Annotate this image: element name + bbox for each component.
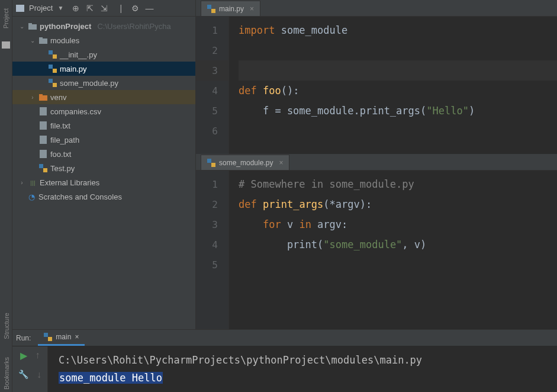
tree-file-companies[interactable]: companies.csv	[12, 104, 195, 118]
text-file-icon	[40, 136, 47, 144]
run-toolbar: ▶ ↑ 🔧 ↓	[12, 346, 48, 392]
hide-icon[interactable]: —	[145, 4, 153, 13]
project-sidebar: Project ▼ ⊕ ⇱ ⇲ | ⚙ — ⌄ pythonProject C	[12, 0, 196, 329]
collapse-all-icon[interactable]: ⇲	[100, 4, 108, 13]
svg-rect-4	[49, 50, 53, 54]
svg-rect-12	[40, 107, 47, 115]
svg-rect-8	[49, 79, 53, 83]
tree-venv-folder[interactable]: › venv	[12, 90, 195, 104]
editor-some-module[interactable]: 1 2 3 4 5 # Somewhere in some_module.py …	[196, 171, 557, 329]
project-path-hint: C:\Users\Rohit\Pycha	[97, 22, 170, 31]
tree-file-file-txt[interactable]: file.txt	[12, 118, 195, 133]
tree-file-init[interactable]: __init__.py	[12, 47, 195, 62]
gutter-main: 1 2 3 4 5 6	[196, 17, 229, 154]
tree-modules-folder[interactable]: ⌄ modules	[12, 33, 195, 47]
tree-scratches[interactable]: ◔ Scratches and Consoles	[12, 189, 195, 204]
tab-main-py[interactable]: main.py ×	[201, 1, 260, 16]
scratches-icon: ◔	[27, 192, 36, 201]
svg-rect-3	[39, 37, 43, 39]
project-icon	[16, 5, 24, 12]
run-output-line: some_module Hello	[59, 372, 163, 384]
project-name: pythonProject	[40, 22, 91, 31]
run-output[interactable]: C:\Users\Rohit\PycharmProjects\pythonPro…	[48, 346, 557, 392]
tree-external-libraries[interactable]: › ⫼ External Libraries	[12, 175, 195, 189]
sidebar-title[interactable]: Project	[29, 4, 53, 12]
svg-rect-10	[39, 95, 47, 101]
tree-file-file-path[interactable]: file_path	[12, 133, 195, 147]
svg-rect-22	[44, 333, 48, 337]
svg-rect-20	[207, 159, 211, 163]
close-icon[interactable]: ×	[279, 159, 283, 167]
python-file-icon	[44, 333, 52, 341]
text-file-icon	[40, 150, 47, 158]
tree-file-foo-txt[interactable]: foo.txt	[12, 147, 195, 161]
editor-tab-bar-bottom: some_module.py ×	[196, 154, 557, 171]
library-icon: ⫼	[28, 178, 37, 187]
run-command-line: C:\Users\Rohit\PycharmProjects\pythonPro…	[59, 351, 546, 369]
svg-rect-13	[40, 121, 47, 130]
svg-rect-17	[43, 168, 47, 172]
left-bottom-rail: Bookmarks Structure	[0, 285, 12, 392]
text-file-icon	[40, 107, 47, 115]
svg-rect-19	[211, 9, 215, 13]
python-file-icon	[49, 50, 57, 59]
folder-icon	[28, 23, 37, 30]
editor-area: main.py × 1 2 3 4 5 6 import some_module	[196, 0, 557, 329]
tree-file-main[interactable]: main.py	[12, 62, 195, 76]
folder-icon	[39, 94, 47, 101]
svg-rect-2	[39, 38, 47, 44]
run-panel: Run: main × ▶ ↑ 🔧 ↓ C:\Users\Rohit\Pycha…	[12, 329, 557, 392]
svg-rect-15	[40, 150, 47, 158]
python-file-icon	[207, 159, 215, 167]
svg-rect-0	[28, 24, 37, 30]
editor-tab-bar-top: main.py ×	[196, 0, 557, 17]
svg-rect-6	[49, 65, 53, 69]
svg-rect-1	[28, 23, 32, 25]
tab-some-module-py[interactable]: some_module.py ×	[201, 155, 289, 170]
project-tree: ⌄ pythonProject C:\Users\Rohit\Pycha ⌄ m…	[12, 17, 195, 329]
expand-all-icon[interactable]: ⇱	[86, 4, 94, 13]
tree-project-root[interactable]: ⌄ pythonProject C:\Users\Rohit\Pycha	[12, 19, 195, 33]
folder-stack-icon[interactable]	[2, 41, 10, 49]
sidebar-header: Project ▼ ⊕ ⇱ ⇲ | ⚙ —	[12, 0, 195, 17]
gear-icon[interactable]: ⚙	[131, 4, 139, 13]
code-main[interactable]: import some_module def foo(): f = some_m…	[229, 17, 557, 154]
run-tab-bar: Run: main ×	[12, 330, 557, 346]
svg-rect-21	[211, 163, 215, 167]
svg-rect-16	[39, 164, 43, 168]
tree-file-some-module[interactable]: some_module.py	[12, 76, 195, 90]
run-label: Run:	[16, 334, 31, 342]
close-icon[interactable]: ×	[75, 333, 79, 341]
run-tab-main[interactable]: main ×	[38, 330, 85, 346]
rail-structure-label[interactable]: Structure	[3, 313, 10, 339]
rerun-icon[interactable]: ▶	[20, 350, 27, 361]
editor-main[interactable]: 1 2 3 4 5 6 import some_module def foo()…	[196, 17, 557, 154]
gutter-some-module: 1 2 3 4 5	[196, 171, 229, 329]
up-arrow-icon[interactable]: ↑	[36, 350, 40, 361]
rail-bookmarks-label[interactable]: Bookmarks	[3, 357, 10, 390]
folder-icon	[39, 37, 47, 44]
python-file-icon	[207, 5, 215, 13]
svg-rect-5	[53, 54, 57, 59]
close-icon[interactable]: ×	[250, 5, 254, 13]
svg-rect-9	[53, 83, 57, 87]
rail-project-label[interactable]: Project	[2, 8, 9, 28]
python-file-icon	[39, 164, 47, 172]
svg-rect-18	[207, 5, 211, 9]
svg-rect-7	[53, 69, 57, 73]
svg-rect-23	[48, 337, 52, 341]
python-file-icon	[49, 65, 57, 73]
locate-icon[interactable]: ⊕	[72, 4, 80, 13]
tree-file-test-py[interactable]: Test.py	[12, 161, 195, 175]
python-file-icon	[49, 79, 57, 87]
svg-rect-14	[40, 136, 47, 144]
wrench-icon[interactable]: 🔧	[18, 369, 28, 380]
down-arrow-icon[interactable]: ↓	[37, 369, 41, 380]
chevron-down-icon[interactable]: ▼	[57, 5, 63, 11]
text-file-icon	[40, 121, 47, 130]
svg-rect-11	[39, 94, 43, 96]
code-some-module[interactable]: # Somewhere in some_module.py def print_…	[229, 171, 557, 329]
